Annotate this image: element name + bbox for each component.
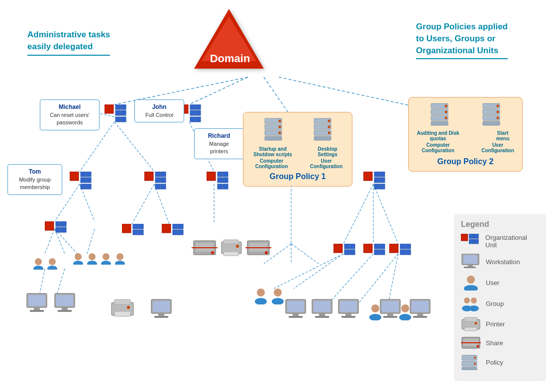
legend-label-printer: Printer [486,320,505,328]
legend-box: Legend Organizational Unit Workstation U… [454,214,546,381]
svg-rect-76 [138,230,143,235]
callout-right: Group Policies applied to Users, Groups … [416,21,508,59]
svg-rect-146 [344,250,349,255]
svg-rect-99 [56,295,73,306]
svg-rect-81 [178,230,183,235]
svg-point-187 [445,105,447,107]
svg-rect-124 [363,172,372,181]
svg-rect-35 [115,110,120,115]
callout-left: Administrative tasks easily delegated [27,29,110,56]
svg-rect-96 [34,307,40,310]
svg-rect-156 [400,250,405,255]
svg-rect-75 [133,230,138,235]
legend-title: Legend [461,220,539,229]
svg-rect-95 [28,295,45,306]
workstation-right-2 [408,298,432,321]
ou-r2 [363,244,385,265]
legend-label-group: Group [486,300,504,307]
svg-rect-71 [61,227,66,232]
svg-rect-116 [265,136,282,140]
svg-rect-69 [61,221,66,226]
svg-rect-145 [350,244,355,249]
svg-rect-154 [400,244,405,249]
legend-item-user: User [461,275,539,291]
svg-point-211 [464,297,470,303]
svg-rect-137 [223,252,238,256]
svg-rect-165 [289,316,303,318]
ou-l3-1 [45,221,67,242]
ou-l3-3 [162,224,184,245]
svg-rect-68 [56,221,61,226]
svg-rect-79 [178,224,183,229]
svg-point-88 [116,253,123,260]
info-richard: Richard Manage printers [194,128,244,159]
svg-point-161 [272,298,284,304]
svg-rect-37 [115,117,120,122]
legend-item-printer: Printer [461,316,539,331]
svg-point-122 [328,132,330,134]
legend-item-share: Share [461,336,539,349]
svg-rect-185 [413,316,427,318]
ou-center-right [363,172,385,193]
svg-rect-203 [469,239,474,244]
svg-point-89 [115,261,125,265]
svg-rect-40 [190,104,195,109]
svg-rect-107 [153,301,170,312]
share-server [192,239,271,257]
svg-point-141 [265,251,268,254]
svg-rect-63 [218,178,222,183]
workstations-left [25,293,77,313]
svg-rect-64 [223,178,228,183]
svg-rect-177 [382,301,399,312]
ou-r1 [333,244,355,265]
svg-rect-179 [383,316,397,318]
svg-rect-47 [81,172,86,177]
svg-rect-169 [315,316,329,318]
svg-rect-136 [223,240,238,244]
svg-point-83 [73,261,83,265]
svg-point-194 [497,105,499,107]
svg-rect-128 [380,178,385,183]
svg-rect-74 [138,224,143,229]
svg-rect-200 [461,234,468,241]
svg-point-118 [328,120,330,122]
svg-point-198 [497,117,499,119]
legend-item-policy: Policy [461,354,539,370]
svg-point-105 [127,306,130,309]
svg-rect-101 [58,310,72,312]
svg-point-115 [278,132,281,134]
svg-rect-167 [314,301,331,312]
svg-point-218 [475,322,477,325]
svg-point-86 [103,253,110,260]
svg-line-19 [57,269,65,294]
svg-point-213 [471,297,477,303]
svg-rect-164 [293,313,299,316]
svg-rect-144 [344,244,349,249]
svg-point-85 [87,261,97,265]
svg-rect-77 [162,224,171,233]
svg-rect-42 [190,110,195,115]
ou-l2-2 [144,172,166,193]
svg-rect-153 [389,244,398,253]
svg-rect-103 [114,299,130,304]
ou-top-left [105,104,126,125]
users-mid-bottom [254,288,285,304]
ou-r3 [389,244,411,265]
svg-line-17 [87,229,95,254]
svg-rect-33 [115,104,120,109]
svg-rect-41 [196,104,201,109]
workstations-mid [284,298,360,319]
svg-point-224 [474,357,476,359]
svg-rect-149 [374,244,379,249]
svg-rect-172 [345,313,351,316]
svg-rect-192 [431,121,448,125]
svg-line-27 [274,254,343,289]
svg-rect-155 [406,244,411,249]
svg-rect-38 [121,117,126,122]
svg-rect-49 [81,178,86,183]
svg-rect-178 [387,313,393,316]
svg-rect-78 [173,224,178,229]
svg-rect-168 [319,313,325,316]
svg-point-138 [236,245,239,248]
svg-rect-72 [122,224,131,233]
